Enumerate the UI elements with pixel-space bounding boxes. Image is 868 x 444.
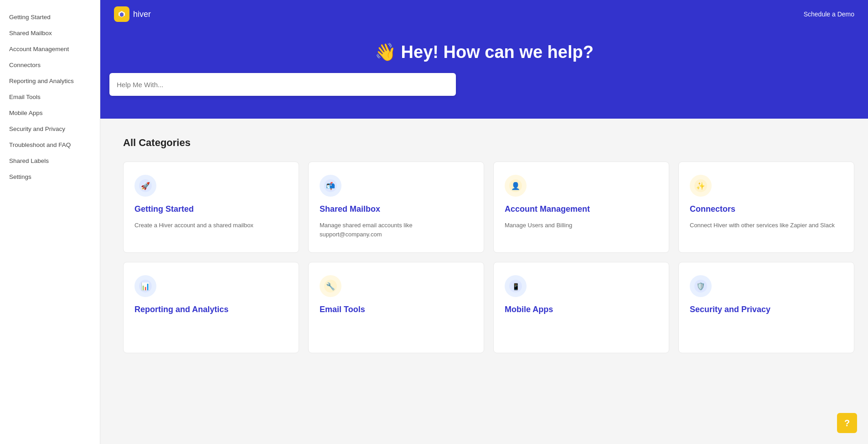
card-icon: 👤 <box>505 175 527 197</box>
sidebar-item-10[interactable]: Settings <box>0 169 100 185</box>
header: hiver Schedule a Demo 👋 Hey! How can we … <box>100 0 868 119</box>
svg-text:👤: 👤 <box>511 182 520 190</box>
card-title: Connectors <box>690 204 843 214</box>
svg-text:🛡️: 🛡️ <box>696 282 705 291</box>
sidebar-item-5[interactable]: Email Tools <box>0 89 100 105</box>
card-title: Account Management <box>505 204 658 214</box>
section-title: All Categories <box>123 137 854 149</box>
card-title: Getting Started <box>134 204 288 214</box>
card-title: Reporting and Analytics <box>134 304 288 315</box>
card-icon: 📱 <box>505 275 527 297</box>
sidebar: Getting StartedShared MailboxAccount Man… <box>0 0 100 444</box>
card-desc: Create a Hiver account and a shared mail… <box>134 221 288 230</box>
svg-text:📬: 📬 <box>326 182 335 190</box>
card-icon: ✨ <box>690 175 712 197</box>
category-card-4[interactable]: 📊Reporting and Analytics <box>123 262 299 353</box>
hero-title: 👋 Hey! How can we help? <box>109 42 859 62</box>
card-title: Email Tools <box>320 304 473 315</box>
category-card-0[interactable]: 🚀Getting StartedCreate a Hiver account a… <box>123 162 299 253</box>
search-box <box>109 73 456 96</box>
sidebar-item-2[interactable]: Account Management <box>0 41 100 57</box>
sidebar-item-9[interactable]: Shared Labels <box>0 153 100 169</box>
logo-icon <box>114 6 129 22</box>
card-desc: Manage Users and Billing <box>505 221 658 230</box>
sidebar-item-1[interactable]: Shared Mailbox <box>0 25 100 41</box>
sidebar-item-0[interactable]: Getting Started <box>0 9 100 25</box>
card-desc: Manage shared email accounts like suppor… <box>320 221 473 239</box>
category-card-7[interactable]: 🛡️Security and Privacy <box>678 262 854 353</box>
logo: hiver <box>114 6 151 22</box>
card-desc: Connect Hiver with other services like Z… <box>690 221 843 230</box>
card-title: Shared Mailbox <box>320 204 473 214</box>
card-icon: 🛡️ <box>690 275 712 297</box>
category-card-3[interactable]: ✨ConnectorsConnect Hiver with other serv… <box>678 162 854 253</box>
card-icon: 📬 <box>320 175 341 197</box>
svg-text:📊: 📊 <box>141 282 150 291</box>
hero-section: 👋 Hey! How can we help? <box>100 28 868 119</box>
category-card-5[interactable]: 🔧Email Tools <box>308 262 484 353</box>
card-title: Mobile Apps <box>505 304 658 315</box>
svg-text:✨: ✨ <box>696 182 705 190</box>
card-icon: 🚀 <box>134 175 156 197</box>
category-card-1[interactable]: 📬Shared MailboxManage shared email accou… <box>308 162 484 253</box>
sidebar-item-7[interactable]: Security and Privacy <box>0 121 100 137</box>
help-button[interactable]: ? <box>837 413 857 433</box>
logo-text: hiver <box>133 10 151 19</box>
svg-text:📱: 📱 <box>512 283 520 291</box>
main-content: hiver Schedule a Demo 👋 Hey! How can we … <box>100 0 868 444</box>
svg-text:🚀: 🚀 <box>141 182 150 190</box>
category-card-6[interactable]: 📱Mobile Apps <box>493 262 669 353</box>
sidebar-item-4[interactable]: Reporting and Analytics <box>0 73 100 89</box>
svg-text:🔧: 🔧 <box>326 282 335 291</box>
card-title: Security and Privacy <box>690 304 843 315</box>
content-area: All Categories 🚀Getting StartedCreate a … <box>100 119 868 444</box>
schedule-demo-link[interactable]: Schedule a Demo <box>804 10 854 18</box>
category-card-2[interactable]: 👤Account ManagementManage Users and Bill… <box>493 162 669 253</box>
header-top: hiver Schedule a Demo <box>100 0 868 28</box>
cards-grid: 🚀Getting StartedCreate a Hiver account a… <box>123 162 854 353</box>
sidebar-item-3[interactable]: Connectors <box>0 57 100 73</box>
sidebar-item-6[interactable]: Mobile Apps <box>0 105 100 121</box>
card-icon: 📊 <box>134 275 156 297</box>
sidebar-item-8[interactable]: Troubleshoot and FAQ <box>0 137 100 153</box>
card-icon: 🔧 <box>320 275 341 297</box>
search-input[interactable] <box>117 81 449 89</box>
